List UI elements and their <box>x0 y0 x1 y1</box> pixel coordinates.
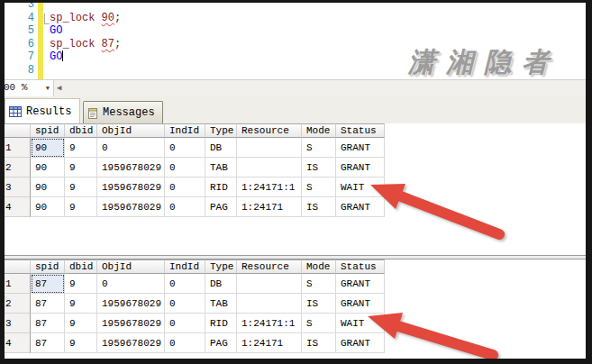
grid-cell[interactable]: 87 <box>31 314 65 333</box>
grid-cell[interactable] <box>237 158 302 177</box>
grid-cell[interactable]: GRANT <box>336 158 385 177</box>
row-header[interactable]: 2 <box>5 158 31 177</box>
grid-cell[interactable]: S <box>302 274 336 294</box>
grid-cell[interactable]: 0 <box>97 274 165 294</box>
grid-cell[interactable]: IS <box>302 197 336 217</box>
column-header[interactable]: dbid <box>65 123 97 138</box>
grid-cell[interactable] <box>237 138 302 158</box>
grid-cell[interactable]: 0 <box>165 274 205 294</box>
grid-cell[interactable]: GRANT <box>336 274 385 294</box>
grid-cell[interactable]: S <box>302 314 336 333</box>
tab-results[interactable]: Results <box>5 98 80 123</box>
results-grid-2[interactable]: spiddbidObjIdIndIdTypeResourceModeStatus… <box>5 259 385 353</box>
grid-cell[interactable]: 1959678029 <box>97 294 165 314</box>
column-header[interactable]: Type <box>205 259 237 274</box>
row-header[interactable]: 2 <box>5 294 31 314</box>
column-header[interactable]: ObjId <box>97 259 165 274</box>
grid-cell[interactable]: 0 <box>165 197 205 217</box>
grid-cell[interactable]: 87 <box>31 294 65 314</box>
zoom-dropdown[interactable]: 00 % ▼ <box>5 80 54 96</box>
column-header[interactable]: Status <box>336 259 385 274</box>
grid-cell[interactable]: IS <box>302 294 336 314</box>
grid-cell[interactable]: 90 <box>31 197 65 217</box>
grid-cell[interactable]: DB <box>205 274 237 294</box>
grid-cell[interactable]: GRANT <box>336 294 385 314</box>
grid-cell[interactable]: 1959678029 <box>97 333 165 353</box>
row-header[interactable]: 1 <box>5 138 31 158</box>
grid-cell[interactable]: 1:24171:1 <box>237 177 302 197</box>
grid-cell[interactable]: 9 <box>65 197 97 217</box>
chevron-down-icon[interactable]: ▼ <box>46 85 50 92</box>
scrollbar-left-arrow-icon[interactable]: ◀ <box>57 83 61 93</box>
results-grid-1[interactable]: spiddbidObjIdIndIdTypeResourceModeStatus… <box>5 123 385 217</box>
grid-cell[interactable]: 1:24171 <box>237 333 302 353</box>
column-header[interactable]: Mode <box>302 259 336 274</box>
grid-cell[interactable]: 9 <box>65 138 97 158</box>
grid-cell[interactable]: 0 <box>165 158 205 177</box>
column-header[interactable]: Type <box>205 123 237 138</box>
grid-cell[interactable] <box>237 274 302 294</box>
grid-corner-cell[interactable] <box>5 123 31 138</box>
grid-cell[interactable]: DB <box>205 138 237 158</box>
grid-cell[interactable]: S <box>302 138 336 158</box>
grid-cell[interactable]: 9 <box>65 158 97 177</box>
column-header[interactable]: spid <box>31 259 65 274</box>
row-header[interactable]: 4 <box>5 333 31 353</box>
grid-cell[interactable]: 0 <box>165 138 205 158</box>
column-header[interactable]: dbid <box>65 259 97 274</box>
grid-cell[interactable]: GRANT <box>336 333 385 353</box>
grid-cell[interactable]: PAG <box>205 197 237 217</box>
grid-cell[interactable]: 0 <box>165 177 205 197</box>
column-header[interactable]: Mode <box>302 123 336 138</box>
column-header[interactable]: ObjId <box>97 123 165 138</box>
grid-cell[interactable]: 9 <box>65 333 97 353</box>
column-header[interactable]: Status <box>336 123 385 138</box>
grid-cell[interactable]: 0 <box>165 294 205 314</box>
grid-cell[interactable]: 1959678029 <box>97 314 165 333</box>
grid-cell[interactable]: IS <box>302 333 336 353</box>
grid-cell[interactable]: 90 <box>31 138 65 158</box>
column-header[interactable]: IndId <box>165 259 205 274</box>
grid-cell[interactable]: 90 <box>31 158 65 177</box>
line-number: 7 <box>5 50 34 64</box>
row-header[interactable]: 1 <box>5 274 31 294</box>
grid-corner-cell[interactable] <box>5 259 31 274</box>
grid-cell[interactable]: 0 <box>165 333 205 353</box>
grid-cell[interactable]: 1959678029 <box>97 177 165 197</box>
grid-cell[interactable]: WAIT <box>336 177 385 197</box>
grid-cell[interactable]: 1:24171:1 <box>237 314 302 333</box>
grid-cell[interactable]: PAG <box>205 333 237 353</box>
grid-cell[interactable]: 1959678029 <box>97 158 165 177</box>
grid-cell[interactable]: 9 <box>65 274 97 294</box>
grid-cell[interactable]: WAIT <box>336 314 385 333</box>
grid-cell[interactable]: TAB <box>205 294 237 314</box>
grid-cell[interactable]: 90 <box>31 177 65 197</box>
grid-cell[interactable]: 87 <box>31 333 65 353</box>
row-header[interactable]: 3 <box>5 314 31 333</box>
row-header[interactable]: 3 <box>5 177 31 197</box>
grid-cell[interactable]: S <box>302 177 336 197</box>
results-pane-1: spiddbidObjIdIndIdTypeResourceModeStatus… <box>5 123 586 255</box>
grid-cell[interactable]: 9 <box>65 314 97 333</box>
tab-messages[interactable]: Messages <box>83 101 163 123</box>
column-header[interactable]: IndId <box>165 123 205 138</box>
grid-cell[interactable]: 1:24171 <box>237 197 302 217</box>
grid-cell[interactable]: 0 <box>165 314 205 333</box>
column-header[interactable]: Resource <box>237 123 302 138</box>
column-header[interactable]: spid <box>31 123 65 138</box>
grid-cell[interactable]: GRANT <box>336 138 385 158</box>
grid-cell[interactable] <box>237 294 302 314</box>
line-number: 8 <box>5 64 34 77</box>
grid-cell[interactable]: 87 <box>31 274 65 294</box>
column-header[interactable]: Resource <box>237 259 302 274</box>
row-header[interactable]: 4 <box>5 197 31 217</box>
grid-cell[interactable]: GRANT <box>336 197 385 217</box>
grid-cell[interactable]: 9 <box>65 294 97 314</box>
grid-cell[interactable]: TAB <box>205 158 237 177</box>
grid-cell[interactable]: IS <box>302 158 336 177</box>
grid-cell[interactable]: RID <box>205 177 237 197</box>
grid-cell[interactable]: 9 <box>65 177 97 197</box>
grid-cell[interactable]: RID <box>205 314 237 333</box>
grid-cell[interactable]: 1959678029 <box>97 197 165 217</box>
grid-cell[interactable]: 0 <box>97 138 165 158</box>
